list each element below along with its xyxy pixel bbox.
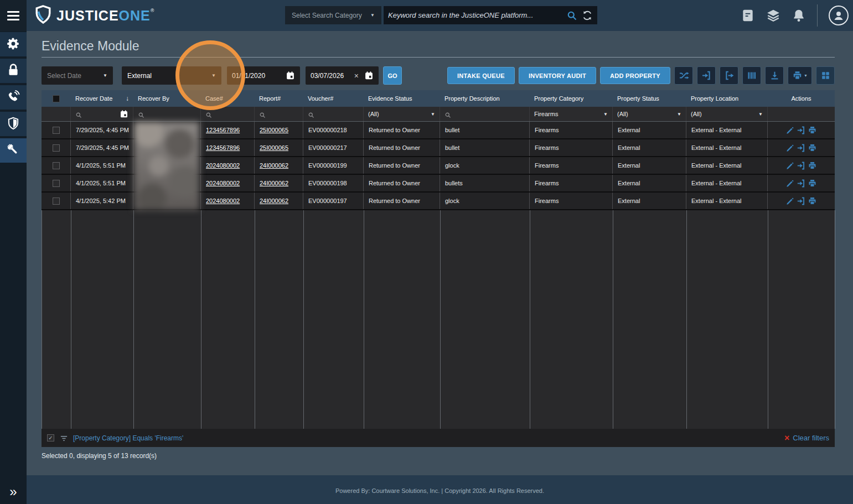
check-in-icon[interactable] [797, 161, 806, 170]
case-link[interactable]: 1234567896 [206, 127, 240, 133]
property-status-filter-dropdown[interactable]: (All)▼ [613, 107, 686, 121]
print-icon[interactable] [808, 179, 817, 188]
chevron-down-icon: ▼ [603, 112, 608, 117]
date-from-field[interactable]: 01/01/2020 [227, 66, 300, 85]
add-property-button[interactable]: ADD PROPERTY [600, 67, 670, 84]
report-link[interactable]: 25I000065 [260, 144, 288, 151]
column-header-recover-date[interactable]: Recover Date↓ [71, 90, 133, 107]
go-button[interactable]: GO [383, 66, 402, 85]
report-link[interactable]: 24I000062 [260, 162, 288, 169]
calendar-icon[interactable] [364, 71, 374, 80]
chevron-down-icon: ▼ [758, 112, 763, 117]
sidebar-item-security[interactable] [0, 59, 27, 83]
column-header-report[interactable]: Report# [255, 90, 303, 107]
recover-by-filter-input[interactable] [148, 111, 196, 117]
column-header-property-location[interactable]: Property Location [686, 90, 768, 107]
row-checkbox[interactable] [53, 180, 60, 187]
search-category-select[interactable]: Select Search Category ▼ [285, 6, 381, 24]
select-date-dropdown[interactable]: Select Date▼ [42, 66, 113, 85]
property-description-filter-input[interactable] [454, 111, 525, 117]
app-root: » JUSTICEONE® Select Search Category ▼ [0, 0, 853, 504]
barcode-icon[interactable] [742, 66, 761, 85]
row-checkbox[interactable] [53, 198, 60, 205]
print-icon[interactable]: ▼ [788, 66, 812, 85]
inventory-audit-button[interactable]: INVENTORY AUDIT [519, 67, 596, 84]
calendar-icon[interactable] [286, 71, 295, 80]
column-header-property-category[interactable]: Property Category [530, 90, 613, 107]
sidebar-item-dispatch[interactable] [0, 85, 27, 110]
download-icon[interactable] [765, 66, 784, 85]
layers-icon[interactable] [766, 8, 780, 23]
recover-date-cell: 4/1/2025, 5:42 PM [71, 193, 133, 209]
report-link[interactable]: 25I000065 [260, 127, 288, 133]
check-in-icon[interactable] [797, 179, 806, 188]
report-filter-input[interactable] [269, 111, 298, 117]
print-icon[interactable] [808, 196, 817, 206]
report-link[interactable]: 24I000062 [260, 180, 288, 186]
applied-filter-checkbox[interactable]: ✓ [47, 434, 54, 441]
sidebar-item-protection[interactable] [0, 112, 27, 136]
check-in-icon[interactable] [797, 126, 806, 135]
column-header-property-description[interactable]: Property Description [440, 90, 530, 107]
calendar-icon[interactable] [120, 110, 128, 118]
evidence-status-filter-dropdown[interactable]: (All)▼ [364, 107, 440, 121]
row-checkbox[interactable] [53, 127, 60, 134]
case-link[interactable]: 2024080002 [206, 198, 240, 204]
edit-pencil-icon[interactable] [785, 161, 795, 170]
recover-date-cell: 4/1/2025, 5:51 PM [71, 175, 133, 191]
location-dropdown[interactable]: External▼ [122, 66, 221, 85]
notifications-bell-icon[interactable] [792, 8, 806, 23]
print-icon[interactable] [808, 143, 817, 153]
column-header-voucher[interactable]: Voucher# [303, 90, 364, 107]
memo-icon[interactable] [741, 8, 755, 23]
edit-pencil-icon[interactable] [785, 179, 795, 188]
report-link[interactable]: 24I000062 [260, 198, 288, 204]
edit-pencil-icon[interactable] [785, 143, 795, 153]
clear-filters-button[interactable]: × Clear filters [784, 434, 829, 443]
column-header-evidence-status[interactable]: Evidence Status [364, 90, 440, 107]
sidebar-nav [0, 32, 27, 163]
voucher-filter-input[interactable] [318, 111, 359, 117]
edit-pencil-icon[interactable] [785, 196, 795, 206]
property-status-cell: External [613, 175, 686, 191]
search-icon[interactable] [566, 10, 577, 21]
property-status-cell: External [613, 193, 686, 209]
case-link[interactable]: 1234567896 [206, 144, 240, 151]
intake-queue-button[interactable]: INTAKE QUEUE [447, 67, 515, 84]
recover-date-filter-input[interactable] [85, 111, 116, 117]
case-filter-input[interactable] [215, 111, 250, 117]
grid-view-icon[interactable] [816, 66, 835, 85]
voucher-cell: EV000000198 [303, 175, 364, 191]
row-checkbox[interactable] [53, 144, 60, 152]
date-to-field[interactable]: 03/07/2026 × [306, 66, 379, 85]
check-in-icon[interactable] [797, 196, 806, 206]
topbar-right-icons [741, 0, 849, 31]
keyword-search-input[interactable] [388, 11, 566, 19]
evidence-status-cell: Returned to Owner [364, 175, 440, 191]
expand-chevrons-icon[interactable]: » [0, 482, 27, 502]
print-icon[interactable] [808, 161, 817, 170]
refresh-icon[interactable] [582, 10, 593, 21]
check-in-icon[interactable] [697, 66, 716, 85]
sidebar-item-settings[interactable] [0, 32, 27, 56]
column-header-property-status[interactable]: Property Status [613, 90, 686, 107]
property-category-filter-dropdown[interactable]: Firearms▼ [530, 107, 613, 121]
case-link[interactable]: 2024080002 [206, 162, 240, 169]
case-link[interactable]: 2024080002 [206, 180, 240, 186]
main-content: Evidence Module Select Date▼ External▼ 0… [27, 31, 853, 475]
sidebar-item-evidence[interactable] [0, 138, 27, 163]
edit-pencil-icon[interactable] [785, 126, 795, 135]
column-header-case[interactable]: Case# [201, 90, 255, 107]
column-header-recover-by[interactable]: Recover By [133, 90, 201, 107]
property-location-filter-dropdown[interactable]: (All)▼ [686, 107, 768, 121]
check-in-icon[interactable] [797, 143, 806, 153]
clear-date-icon[interactable]: × [354, 71, 359, 80]
account-avatar-icon[interactable] [829, 6, 849, 25]
row-checkbox[interactable] [53, 162, 60, 169]
hamburger-menu-icon[interactable] [0, 0, 27, 31]
chevron-down-icon: ▼ [103, 73, 107, 78]
print-icon[interactable] [808, 126, 817, 135]
shuffle-icon[interactable] [674, 66, 693, 85]
select-all-checkbox[interactable] [53, 95, 60, 102]
check-out-icon[interactable] [720, 66, 738, 85]
